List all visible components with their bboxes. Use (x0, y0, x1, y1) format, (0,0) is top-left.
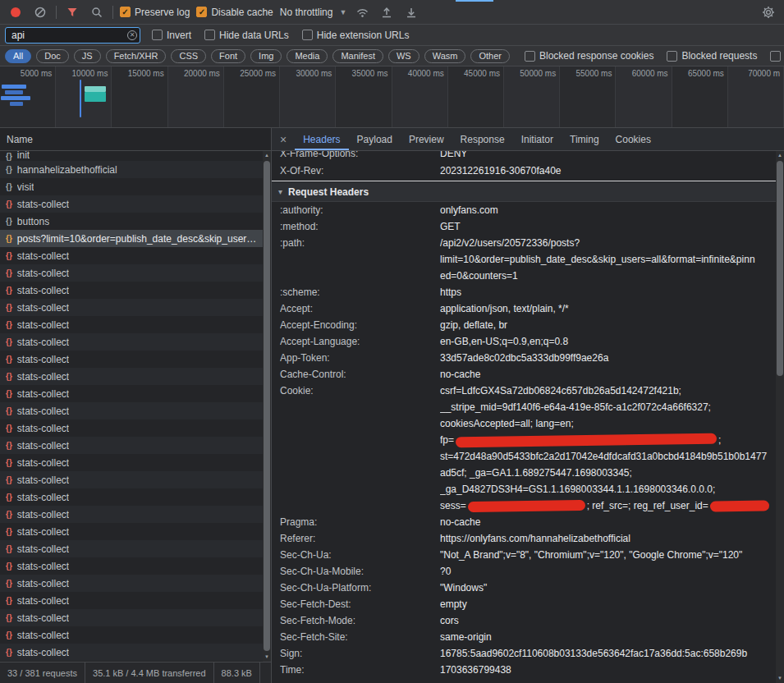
header-row: Accept-Language:en-GB,en-US;q=0.9,en;q=0… (272, 333, 776, 350)
request-row[interactable]: {}stats-collect (0, 437, 263, 454)
request-rows-area: {}init{}hannahelizabethofficial{}visit{}… (0, 151, 271, 662)
type-filter-fetch-xhr[interactable]: Fetch/XHR (106, 49, 167, 63)
request-row[interactable]: {}stats-collect (0, 592, 263, 609)
checkbox-3rd-party-requests[interactable]: ✓3rd-party requests (770, 50, 784, 62)
type-filter-js[interactable]: JS (74, 49, 101, 63)
request-row[interactable]: {}stats-collect (0, 454, 263, 471)
request-name: stats-collect (17, 423, 69, 434)
timeline-column: 50000 ms (504, 66, 560, 127)
request-row[interactable]: {}stats-collect (0, 523, 263, 540)
request-headers-section-header[interactable]: ▾ Request Headers (272, 182, 776, 202)
request-row[interactable]: {}stats-collect (0, 419, 263, 437)
checkbox-invert[interactable]: ✓Invert (152, 30, 191, 41)
name-column-header[interactable]: Name (0, 128, 271, 151)
filter-toggle-button[interactable] (63, 3, 81, 21)
timeline-column: 25000 ms (224, 66, 280, 127)
request-row[interactable]: {}stats-collect (0, 575, 263, 592)
request-list-scrollbar[interactable]: ▲ ▼ (263, 151, 271, 662)
preserve-log-checkbox[interactable]: ✓ Preserve log (120, 7, 190, 18)
type-filter-ws[interactable]: WS (388, 49, 420, 63)
script-braces-icon: {} (6, 493, 12, 502)
type-filter-all[interactable]: All (5, 49, 31, 63)
detail-scrollbar[interactable]: ▲ ▼ (776, 151, 784, 683)
request-row[interactable]: {}stats-collect (0, 609, 263, 626)
request-row[interactable]: {}stats-collect (0, 471, 263, 488)
request-name: stats-collect (17, 595, 69, 607)
header-value-line: cookiesAccepted=all; lang=en; (440, 415, 776, 432)
request-name: stats-collect (17, 647, 69, 658)
tab-headers[interactable]: Headers (295, 128, 348, 150)
request-row[interactable]: {}stats-collect (0, 195, 263, 213)
request-row[interactable]: {}posts?limit=10&order=publish_date_desc… (0, 230, 263, 247)
request-row[interactable]: {}stats-collect (0, 247, 263, 264)
request-row[interactable]: {}stats-collect (0, 557, 263, 575)
checkbox-blocked-response-cookies[interactable]: ✓Blocked response cookies (525, 50, 653, 62)
import-har-button[interactable] (378, 3, 396, 21)
tab-timing[interactable]: Timing (562, 128, 607, 150)
request-row[interactable]: {}buttons (0, 213, 263, 230)
request-row[interactable]: {}stats-collect (0, 333, 263, 351)
type-filter-img[interactable]: Img (250, 49, 282, 63)
network-filter-row: ✕ ✓Invert✓Hide data URLs✓Hide extension … (0, 25, 784, 46)
disable-cache-checkbox[interactable]: ✓ Disable cache (196, 7, 273, 18)
tab-preview[interactable]: Preview (401, 128, 452, 150)
timeline-columns: 5000 ms10000 ms15000 ms20000 ms25000 ms3… (0, 66, 784, 127)
request-row[interactable]: {}stats-collect (0, 506, 263, 523)
request-row[interactable]: {}stats-collect (0, 644, 263, 661)
request-row[interactable]: {}stats-collect (0, 402, 263, 419)
scrollbar-thumb[interactable] (777, 161, 783, 376)
header-value: en-GB,en-US;q=0.9,en;q=0.8 (440, 333, 776, 350)
request-row[interactable]: {}stats-collect (0, 316, 263, 333)
export-har-button[interactable] (402, 3, 420, 21)
close-detail-button[interactable]: × (272, 128, 295, 150)
request-row[interactable]: {}stats-collect (0, 626, 263, 644)
network-overview-timeline[interactable]: 5000 ms10000 ms15000 ms20000 ms25000 ms3… (0, 66, 784, 128)
scroll-down-icon[interactable]: ▼ (263, 653, 271, 662)
type-filter-media[interactable]: Media (287, 49, 328, 63)
type-filter-doc[interactable]: Doc (36, 49, 69, 63)
scroll-down-icon[interactable]: ▼ (776, 674, 784, 683)
type-filter-manifest[interactable]: Manifest (332, 49, 383, 63)
tab-initiator[interactable]: Initiator (513, 128, 562, 150)
scroll-up-icon[interactable]: ▲ (776, 151, 784, 160)
header-value: 202312261916-30670fa40e (440, 163, 776, 179)
request-row[interactable]: {}hannahelizabethofficial (0, 161, 263, 178)
scroll-up-icon[interactable]: ▲ (263, 151, 271, 160)
request-row[interactable]: {}stats-collect (0, 351, 263, 368)
request-row[interactable]: {}stats-collect (0, 299, 263, 316)
network-conditions-button[interactable] (353, 3, 371, 21)
type-filter-css[interactable]: CSS (171, 49, 206, 63)
tab-response[interactable]: Response (452, 128, 513, 150)
tab-cookies[interactable]: Cookies (607, 128, 659, 150)
clear-button[interactable] (31, 3, 49, 21)
requests-count: 33 / 381 requests (0, 662, 85, 683)
tab-payload[interactable]: Payload (349, 128, 401, 150)
request-row[interactable]: {}stats-collect (0, 264, 263, 282)
network-filter-input[interactable] (5, 27, 140, 44)
header-name: Accept: (280, 300, 440, 317)
request-row[interactable]: {}stats-collect (0, 282, 263, 299)
scrollbar-thumb[interactable] (264, 161, 270, 651)
clear-filter-icon[interactable]: ✕ (127, 30, 137, 40)
request-row[interactable]: {}init (0, 151, 263, 161)
checkbox-blocked-requests[interactable]: ✓Blocked requests (667, 50, 757, 62)
request-row[interactable]: {}stats-collect (0, 368, 263, 385)
type-filter-font[interactable]: Font (211, 49, 245, 63)
type-filter-other[interactable]: Other (470, 49, 510, 63)
request-row[interactable]: {}visit (0, 178, 263, 195)
throttling-select[interactable]: No throttling ▼ (280, 7, 347, 18)
search-button[interactable] (88, 3, 106, 21)
record-button[interactable] (7, 3, 25, 21)
request-name: buttons (17, 216, 49, 227)
request-row[interactable]: {}stats-collect (0, 385, 263, 402)
checkbox-check-icon: ✓ (196, 7, 207, 17)
settings-button[interactable] (759, 3, 777, 21)
request-row[interactable]: {}stats-collect (0, 540, 263, 557)
request-row[interactable]: {}stats-collect (0, 488, 263, 506)
checkbox-hide-extension-urls[interactable]: ✓Hide extension URLs (302, 30, 410, 41)
checkbox-box-icon: ✓ (525, 51, 535, 62)
type-filter-wasm[interactable]: Wasm (424, 49, 466, 63)
request-name: stats-collect (17, 543, 69, 555)
timeline-column: 35000 ms (336, 66, 392, 127)
checkbox-hide-data-urls[interactable]: ✓Hide data URLs (204, 30, 289, 41)
